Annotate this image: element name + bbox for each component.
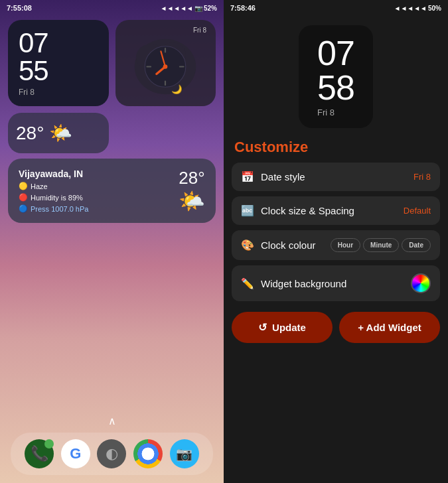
dock-icon-phone[interactable]: 📞 <box>25 439 54 468</box>
preview-date: Fri 8 <box>317 107 335 117</box>
battery-icon: 📷 <box>194 5 202 12</box>
hour-pill[interactable]: Hour <box>331 238 360 252</box>
right-signal-icon: ◄◄◄◄◄ <box>394 5 427 12</box>
pressure-text: Press 1007.0 hPa <box>31 205 88 213</box>
clock-date: Fri 8 <box>19 88 35 97</box>
svg-point-10 <box>163 64 168 69</box>
preview-time: 07 58 <box>317 36 354 105</box>
camera-icon: 📷 <box>176 446 192 462</box>
widgets-grid: 07 55 Fri 8 Fri 8 <box>0 15 224 159</box>
date-style-icon: 📅 <box>241 171 254 183</box>
widget-background-label: Widget background <box>261 278 346 289</box>
clock-widget[interactable]: 07 55 Fri 8 <box>8 20 109 106</box>
preview-hours: 07 <box>317 36 354 70</box>
add-widget-button[interactable]: + Add Widget <box>339 312 440 343</box>
widget-background-row[interactable]: ✏️ Widget background <box>232 265 440 301</box>
clock-colour-icon: 🎨 <box>241 239 254 251</box>
preview-minutes: 58 <box>317 70 354 105</box>
clock-size-left: 🔤 Clock size & Spacing <box>241 204 354 217</box>
left-status-bar: 7:55:08 ◄◄◄◄◄ 📷 52% <box>0 0 224 15</box>
color-wheel[interactable] <box>411 273 431 293</box>
dock: 📞 G ◐ 📷 <box>11 433 213 475</box>
weather-wide-widget[interactable]: Vijayawada, IN 🟡 Haze 🔴 Humidity is 89% … <box>8 159 216 223</box>
dock-icon-chrome[interactable] <box>133 439 163 468</box>
right-battery-pct: 50% <box>428 5 441 12</box>
weather-small-widget[interactable]: 28° 🌤️ <box>8 113 109 153</box>
clock-colour-label: Clock colour <box>261 240 316 251</box>
left-time: 7:55:08 <box>7 4 32 12</box>
preview-clock-container: 07 58 Fri 8 <box>224 15 448 136</box>
right-time: 7:58:46 <box>230 4 256 12</box>
clock-colour-left: 🎨 Clock colour <box>241 239 316 251</box>
signal-icon: ◄◄◄◄◄ <box>160 5 193 12</box>
clock-hours: 07 <box>19 29 48 57</box>
weather-city: Vijayawada, IN <box>19 169 88 179</box>
analog-clock-widget[interactable]: Fri 8 🌙 <box>115 20 216 106</box>
svg-text:🌙: 🌙 <box>171 84 183 95</box>
date-pill[interactable]: Date <box>402 238 431 252</box>
widget-background-left: ✏️ Widget background <box>241 277 346 290</box>
clock-size-row[interactable]: 🔤 Clock size & Spacing Default <box>232 196 440 225</box>
update-icon: ↺ <box>258 321 267 334</box>
clock-colour-row[interactable]: 🎨 Clock colour Hour Minute Date <box>232 230 440 260</box>
weather-small-icon: 🌤️ <box>49 122 72 144</box>
weather-desc: 🟡 Haze <box>19 182 88 190</box>
right-status-bar: 7:58:46 ◄◄◄◄◄ 50% <box>224 0 448 15</box>
minute-pill[interactable]: Minute <box>363 238 399 252</box>
weather-temp-value: 28° <box>179 168 204 188</box>
humidity-icon: 🔴 <box>19 193 28 202</box>
dock-icon-camera[interactable]: 📷 <box>170 439 199 468</box>
battery-pct: 52% <box>204 5 217 12</box>
left-status-icons: ◄◄◄◄◄ 📷 52% <box>160 5 217 12</box>
weather-info: Vijayawada, IN 🟡 Haze 🔴 Humidity is 89% … <box>19 169 88 213</box>
widget-background-icon: ✏️ <box>241 277 254 290</box>
weather-small-temp: 28° <box>16 123 44 144</box>
update-button[interactable]: ↺ Update <box>232 312 333 343</box>
customize-title: Customize <box>224 136 448 163</box>
condition-text: Haze <box>31 182 48 190</box>
pressure-icon: 🔵 <box>19 204 28 213</box>
weather-icon-big: 🌤️ <box>179 188 205 214</box>
swipe-hint: ∧ <box>0 415 224 427</box>
dock-icon-google[interactable]: G <box>61 439 90 468</box>
weather-temp-right: 28° 🌤️ <box>179 168 205 214</box>
date-style-value: Fri 8 <box>413 172 431 182</box>
condition-icon: 🟡 <box>19 182 28 190</box>
left-panel: 7:55:08 ◄◄◄◄◄ 📷 52% 07 55 Fri 8 Fri 8 <box>0 0 224 483</box>
widget-spacer <box>115 113 216 153</box>
clock-size-label: Clock size & Spacing <box>261 205 354 216</box>
clock-display: 07 55 <box>19 29 48 85</box>
right-panel: 7:58:46 ◄◄◄◄◄ 50% 07 58 Fri 8 Customize … <box>224 0 448 483</box>
clock-size-icon: 🔤 <box>241 204 254 217</box>
clock-size-value: Default <box>404 206 431 216</box>
date-style-row[interactable]: 📅 Date style Fri 8 <box>232 163 440 191</box>
clock-minutes: 55 <box>19 57 48 85</box>
date-style-left: 📅 Date style <box>241 171 305 183</box>
preview-clock-widget: 07 58 Fri 8 <box>299 25 373 128</box>
dock-icon-edge[interactable]: ◐ <box>97 439 126 468</box>
right-status-icons: ◄◄◄◄◄ 50% <box>394 5 441 12</box>
analog-clock-svg: 🌙 <box>129 27 202 100</box>
clock-colour-pills: Hour Minute Date <box>331 238 431 252</box>
weather-pressure: 🔵 Press 1007.0 hPa <box>19 204 88 213</box>
humidity-text: Humidity is 89% <box>31 194 83 202</box>
phone-icon: 📞 <box>31 445 48 462</box>
analog-date-label: Fri 8 <box>193 27 206 34</box>
weather-humidity: 🔴 Humidity is 89% <box>19 193 88 202</box>
google-icon: G <box>70 445 81 462</box>
edge-icon: ◐ <box>106 445 118 462</box>
bottom-area: ∧ 📞 G ◐ 📷 <box>0 415 224 483</box>
add-widget-label: + Add Widget <box>358 322 421 333</box>
action-buttons: ↺ Update + Add Widget <box>232 312 440 343</box>
update-label: Update <box>272 322 306 333</box>
date-style-label: Date style <box>261 171 305 182</box>
